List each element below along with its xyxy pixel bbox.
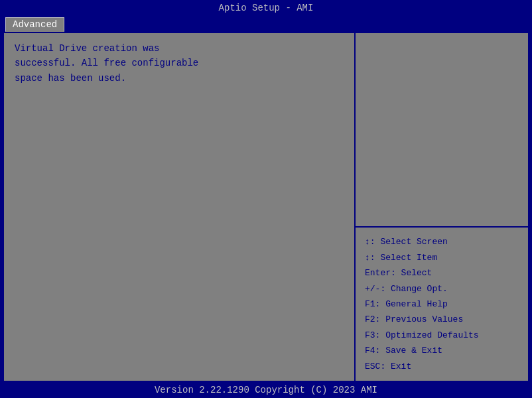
footer-text: Version 2.22.1290 Copyright (C) 2023 AMI — [155, 385, 377, 395]
right-panel: ↕: Select Screen ↕: Select Item Enter: S… — [356, 33, 528, 381]
app: Aptio Setup - AMI Advanced Virtual Drive… — [0, 0, 532, 398]
help-line-7: F3: Optimized Defaults — [365, 328, 519, 343]
footer: Version 2.22.1290 Copyright (C) 2023 AMI — [0, 382, 532, 398]
tab-bar: Advanced — [0, 16, 532, 32]
help-line-9: ESC: Exit — [365, 359, 519, 374]
help-line-2: ↕: Select Item — [365, 250, 519, 265]
help-panel: ↕: Select Screen ↕: Select Item Enter: S… — [356, 228, 528, 381]
help-line-3: Enter: Select — [365, 265, 519, 281]
left-panel: Virtual Drive creation was successful. A… — [4, 33, 356, 381]
help-line-4: +/-: Change Opt. — [365, 281, 519, 297]
success-message: Virtual Drive creation was successful. A… — [15, 41, 344, 86]
tab-advanced[interactable]: Advanced — [5, 17, 64, 32]
title-text: Aptio Setup - AMI — [219, 3, 314, 13]
help-line-6: F2: Previous Values — [365, 312, 519, 327]
help-line-1: ↕: Select Screen — [365, 234, 519, 249]
help-line-5: F1: General Help — [365, 297, 519, 312]
title-bar: Aptio Setup - AMI — [0, 0, 532, 16]
help-line-8: F4: Save & Exit — [365, 343, 519, 358]
main-content: Virtual Drive creation was successful. A… — [3, 32, 529, 382]
right-panel-top — [356, 33, 528, 228]
